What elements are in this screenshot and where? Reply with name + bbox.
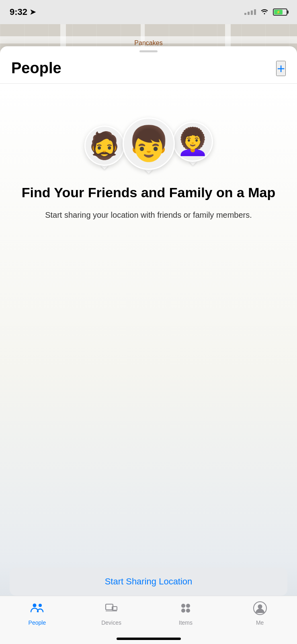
- tab-devices[interactable]: Devices: [74, 601, 149, 626]
- tab-devices-label: Devices: [101, 619, 121, 626]
- avatar-center: 👦: [123, 118, 175, 172]
- svg-point-5: [181, 604, 185, 608]
- home-indicator: [117, 638, 181, 640]
- svg-point-7: [181, 609, 185, 613]
- status-icons: ⚡: [244, 8, 287, 17]
- avatar-circle-center: 👦: [123, 118, 175, 170]
- battery-icon: ⚡: [273, 8, 287, 16]
- main-content: 🧔 👦 👩‍🦱 Find Your Friends and Family on …: [0, 84, 297, 561]
- devices-icon: [104, 601, 119, 617]
- status-bar: 9:32 ➤ ⚡: [0, 0, 297, 24]
- bottom-sheet: People + 🧔 👦 👩‍🦱 Find Your Friends and F…: [0, 46, 297, 644]
- sheet-header: People +: [0, 52, 297, 84]
- tab-people[interactable]: People: [0, 601, 74, 626]
- me-icon: [253, 601, 267, 617]
- tab-me-label: Me: [256, 619, 264, 626]
- people-icon: [30, 601, 44, 617]
- svg-point-6: [186, 604, 190, 608]
- tab-items[interactable]: Items: [149, 601, 223, 626]
- tab-bar: People Devices: [0, 596, 297, 644]
- find-title: Find Your Friends and Family on a Map: [22, 184, 276, 201]
- bottom-action-area: Start Sharing Location: [0, 561, 297, 596]
- avatar-left: 🧔: [84, 126, 125, 168]
- avatar-circle-right: 👩‍🦱: [173, 122, 213, 162]
- location-arrow-icon: ➤: [30, 8, 36, 17]
- status-time: 9:32 ➤: [10, 7, 36, 17]
- items-icon: [178, 601, 193, 617]
- tab-me[interactable]: Me: [223, 601, 297, 626]
- tab-people-label: People: [29, 619, 46, 626]
- svg-point-0: [33, 604, 37, 607]
- avatar-right: 👩‍🦱: [173, 122, 213, 164]
- tab-items-label: Items: [179, 619, 193, 626]
- signal-icon: [244, 9, 256, 15]
- wifi-icon: [260, 8, 269, 17]
- avatars-illustration: 🧔 👦 👩‍🦱: [80, 100, 217, 172]
- svg-point-8: [186, 609, 190, 613]
- svg-point-10: [258, 605, 262, 609]
- svg-point-1: [39, 604, 42, 607]
- page-title: People: [11, 60, 61, 77]
- add-person-button[interactable]: +: [276, 61, 286, 76]
- start-sharing-button[interactable]: Start Sharing Location: [10, 568, 287, 596]
- find-subtitle: Start sharing your location with friends…: [45, 209, 252, 221]
- avatar-circle-left: 🧔: [84, 126, 125, 166]
